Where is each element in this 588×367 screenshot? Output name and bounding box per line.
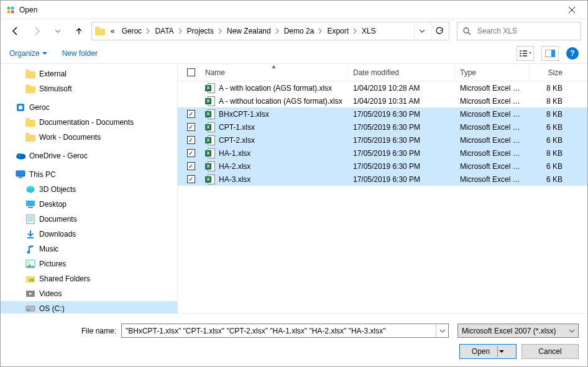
help-button[interactable]: ? (566, 47, 579, 60)
shared-icon (25, 274, 35, 284)
file-row[interactable]: ✓XCPT-2.xlsx17/05/2019 6:30 PMMicrosoft … (178, 134, 587, 147)
chevron-down-icon (569, 328, 574, 333)
view-options[interactable] (517, 46, 534, 61)
onedrive-icon (16, 151, 25, 161)
tree-item[interactable]: Stimulsoft (1, 81, 177, 96)
folder-icon (25, 132, 35, 142)
svg-rect-10 (523, 55, 527, 57)
nav-row: « GerocDATAProjectsNew ZealandDemo 2aExp… (1, 19, 587, 43)
app-icon (16, 102, 25, 112)
tree-item[interactable]: OS (C:) (1, 301, 177, 313)
breadcrumb-overflow[interactable]: « (108, 27, 117, 35)
file-row[interactable]: XA - without location (AGS format).xlsx1… (178, 94, 587, 107)
row-checkbox[interactable]: ✓ (187, 149, 195, 157)
breadcrumb-item[interactable]: Projects (185, 25, 216, 37)
new-folder-button[interactable]: New folder (62, 49, 98, 58)
file-rows[interactable]: XA - with location (AGS format).xlsx1/04… (178, 81, 587, 313)
filename-combo[interactable] (121, 324, 449, 338)
file-name: HA-3.xlsx (219, 175, 250, 184)
cancel-button[interactable]: Cancel (521, 344, 579, 359)
row-checkbox[interactable]: ✓ (187, 110, 195, 118)
file-row[interactable]: ✓XHA-3.xlsx17/05/2019 6:30 PMMicrosoft E… (178, 173, 587, 186)
file-size: 6 KB (530, 136, 587, 145)
up-button[interactable] (70, 22, 88, 40)
file-name: A - with location (AGS format).xlsx (219, 84, 332, 93)
tree-item[interactable]: Documentation - Documents (1, 115, 177, 130)
thispc-icon (16, 170, 25, 179)
filename-input[interactable] (122, 324, 436, 337)
column-type[interactable]: Type (455, 64, 530, 81)
filename-dropdown[interactable] (436, 324, 448, 337)
bottom-panel: File name: Microsoft Excel 2007 (*.xlsx)… (1, 313, 587, 366)
tree-item[interactable]: OneDrive - Geroc (1, 148, 177, 163)
tree-item[interactable]: Work - Documents (1, 130, 177, 145)
breadcrumb-list: GerocDATAProjectsNew ZealandDemo 2aExpor… (120, 25, 378, 37)
tree-item[interactable]: External (1, 66, 177, 81)
breadcrumb-item[interactable]: DATA (153, 25, 175, 37)
file-date: 1/04/2019 10:28 AM (348, 84, 455, 93)
svg-rect-6 (520, 53, 521, 54)
search-input[interactable] (476, 26, 576, 36)
navigation-tree[interactable]: ExternalStimulsoftGerocDocumentation - D… (1, 64, 178, 313)
folder-icon (94, 26, 106, 36)
tree-item[interactable]: Desktop (1, 197, 177, 212)
tree-item[interactable]: Music (1, 242, 177, 256)
row-checkbox[interactable]: ✓ (187, 175, 195, 183)
back-button[interactable] (7, 22, 24, 40)
file-date: 1/04/2019 10:31 AM (348, 97, 455, 106)
file-size: 6 KB (530, 175, 587, 184)
file-type: Microsoft Excel W... (455, 84, 530, 93)
toolbar: Organize New folder ? (1, 43, 587, 64)
breadcrumb-item[interactable]: Export (325, 25, 351, 37)
search-icon (462, 27, 471, 35)
preview-pane[interactable] (541, 46, 559, 61)
column-name[interactable]: ▲Name (200, 64, 348, 81)
column-size[interactable]: Size (530, 64, 587, 81)
music-icon (25, 244, 35, 254)
breadcrumb-item[interactable]: New Zealand (225, 25, 273, 37)
tree-item-label: Videos (39, 289, 62, 298)
tree-item[interactable]: Shared Folders (1, 271, 177, 286)
row-checkbox[interactable]: ✓ (187, 136, 195, 144)
address-dropdown[interactable] (414, 22, 429, 40)
row-checkbox[interactable]: ✓ (187, 162, 195, 170)
file-type: Microsoft Excel W... (455, 110, 530, 119)
file-row[interactable]: ✓XHA-1.xlsx17/05/2019 6:30 PMMicrosoft E… (178, 147, 587, 160)
svg-point-26 (27, 251, 30, 254)
file-row[interactable]: ✓XBHxCPT-1.xlsx17/05/2019 6:30 PMMicroso… (178, 107, 587, 120)
tree-item[interactable]: This PC (1, 167, 177, 182)
excel-icon: X (205, 135, 215, 145)
filetype-select[interactable]: Microsoft Excel 2007 (*.xlsx) (457, 324, 579, 338)
tree-item[interactable]: Videos (1, 286, 177, 301)
tree-item[interactable]: Pictures (1, 256, 177, 271)
breadcrumb-item[interactable]: Geroc (120, 25, 144, 37)
open-button[interactable]: Open (459, 344, 517, 359)
tree-item[interactable]: 3D Objects (1, 182, 177, 197)
videos-icon (25, 289, 35, 299)
column-date[interactable]: Date modified (348, 64, 455, 81)
chevron-right-icon (216, 28, 225, 34)
file-row[interactable]: XA - with location (AGS format).xlsx1/04… (178, 81, 587, 94)
folder-icon (25, 84, 35, 94)
file-row[interactable]: ✓XHA-2.xlsx17/05/2019 6:30 PMMicrosoft E… (178, 160, 587, 173)
recent-locations[interactable] (49, 22, 67, 40)
file-row[interactable]: ✓XCPT-1.xlsx17/05/2019 6:30 PMMicrosoft … (178, 120, 587, 134)
svg-point-1 (11, 6, 14, 9)
organize-button[interactable]: Organize (9, 49, 47, 58)
search-box[interactable] (457, 22, 581, 40)
forward-button[interactable] (28, 22, 45, 40)
tree-item[interactable]: Documents (1, 212, 177, 227)
address-bar[interactable]: « GerocDATAProjectsNew ZealandDemo 2aExp… (91, 22, 449, 40)
file-size: 8 KB (530, 149, 587, 158)
close-button[interactable] (558, 1, 586, 19)
tree-item[interactable]: Downloads (1, 227, 177, 242)
tree-item[interactable]: Geroc (1, 100, 177, 115)
pictures-icon (25, 259, 35, 269)
svg-point-31 (32, 279, 34, 281)
breadcrumb-item[interactable]: XLS (360, 25, 378, 37)
refresh-button[interactable] (431, 22, 446, 40)
row-checkbox[interactable]: ✓ (187, 123, 195, 131)
svg-point-0 (7, 6, 11, 9)
column-checkbox[interactable] (181, 64, 200, 81)
breadcrumb-item[interactable]: Demo 2a (282, 25, 316, 37)
